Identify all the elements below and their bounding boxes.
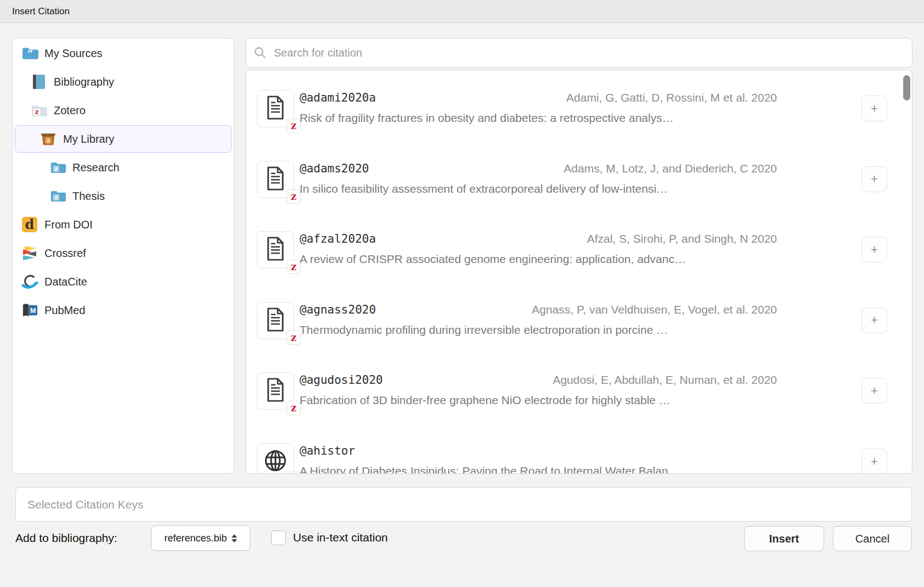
citation-key: @ahistor	[300, 444, 355, 457]
citation-row[interactable]: z@afzal2020aAfzal, S, Sirohi, P, and Sin…	[257, 231, 904, 271]
blue-folder-z-icon: z	[49, 187, 66, 205]
citation-authors: Afzal, S, Sirohi, P, and Singh, N 2020	[587, 232, 777, 245]
citation-type-box: z	[257, 443, 294, 474]
library-box-icon: z	[40, 130, 57, 148]
globe-icon	[263, 448, 288, 474]
citation-row[interactable]: z@ahistorA History of Diabetes Insipidus…	[257, 443, 904, 474]
sidebar-item-my-library[interactable]: zMy Library	[15, 125, 232, 153]
sidebar-item-from-doi[interactable]: dFrom DOI	[15, 211, 232, 238]
zotero-badge-icon: z	[286, 331, 301, 345]
citation-title: A History of Diabetes Insipidus: Paving …	[300, 465, 777, 474]
add-citation-button[interactable]: +	[861, 96, 887, 121]
add-citation-button[interactable]: +	[861, 237, 887, 262]
svg-text:z: z	[54, 165, 58, 172]
citation-key: @agudosi2020	[300, 373, 383, 387]
sidebar-item-label: My Sources	[44, 47, 103, 60]
add-citation-button[interactable]: +	[861, 308, 887, 333]
sources-sidebar: ”My SourcesBibliographyzZoterozMy Librar…	[12, 38, 234, 474]
add-citation-button[interactable]: +	[861, 378, 887, 404]
sidebar-item-label: My Library	[63, 133, 114, 146]
citation-key: @afzal2020a	[300, 232, 376, 245]
sidebar-item-label: Crossref	[44, 247, 86, 260]
svg-text:”: ”	[27, 48, 33, 60]
citation-authors: Agudosi, E, Abdullah, E, Numan, et al. 2…	[553, 373, 777, 387]
citation-authors: Adams, M, Lotz, J, and Diederich, C 2020	[564, 162, 777, 175]
citation-title: Fabrication of 3D binder-free graphene N…	[300, 394, 777, 407]
search-input[interactable]	[273, 46, 904, 60]
document-icon	[264, 166, 286, 193]
zotero-badge-icon: z	[286, 472, 301, 474]
zotero-badge-icon: z	[286, 260, 301, 274]
citation-key: @adami2020a	[300, 91, 376, 104]
sidebar-item-bibliography[interactable]: Bibliography	[15, 68, 232, 96]
citation-title: A review of CRISPR associated genome eng…	[300, 253, 777, 266]
sidebar-item-label: From DOI	[44, 219, 93, 231]
pubmed-icon: M	[21, 301, 38, 319]
sidebar-item-label: PubMed	[44, 304, 86, 317]
citation-key: @agnass2020	[300, 303, 376, 316]
sidebar-item-pubmed[interactable]: MPubMed	[15, 297, 232, 324]
document-icon	[264, 236, 286, 264]
citation-type-box: z	[257, 231, 294, 269]
use-intext-label: Use in-text citation	[293, 531, 388, 544]
sidebar-item-research[interactable]: zResearch	[15, 154, 232, 181]
sidebar-item-label: Zotero	[54, 104, 86, 117]
blue-folder-z-icon: z	[49, 159, 66, 176]
dialog-titlebar: Insert Citation	[0, 0, 924, 23]
citation-title: Thermodynamic profiling during irreversi…	[300, 323, 777, 337]
search-icon	[254, 44, 266, 62]
dialog-title: Insert Citation	[12, 6, 70, 17]
sidebar-item-my-sources[interactable]: ”My Sources	[15, 40, 232, 67]
svg-text:z: z	[54, 194, 58, 201]
document-icon	[264, 95, 286, 122]
svg-text:d: d	[25, 216, 35, 232]
sidebar-item-label: Thesis	[72, 190, 105, 203]
citation-authors: Agnass, P, van Veldhuisen, E, Vogel, et …	[532, 303, 777, 316]
use-intext-checkbox[interactable]	[271, 530, 286, 545]
sidebar-item-label: DataCite	[44, 276, 87, 288]
sidebar-item-crossref[interactable]: Crossref	[15, 239, 232, 267]
sidebar-item-datacite[interactable]: DataCite	[15, 268, 232, 295]
citation-authors: Adami, G, Gatti, D, Rossini, M et al. 20…	[566, 91, 777, 104]
insert-button[interactable]: Insert	[744, 526, 824, 551]
citation-list: z@adami2020aAdami, G, Gatti, D, Rossini,…	[245, 70, 912, 474]
citation-title: Risk of fragility fractures in obesity a…	[300, 111, 777, 125]
document-icon	[264, 307, 286, 334]
crossref-icon	[21, 244, 38, 262]
zotero-badge-icon: z	[286, 189, 301, 204]
citation-type-box: z	[257, 90, 294, 127]
citation-title: In silico feasibility assessment of extr…	[300, 182, 777, 195]
add-citation-button[interactable]: +	[861, 449, 887, 474]
citation-type-box: z	[257, 372, 294, 410]
cancel-button[interactable]: Cancel	[833, 526, 912, 551]
citation-type-box: z	[257, 161, 294, 198]
citation-type-box: z	[257, 302, 294, 339]
zotero-folder-icon: z	[30, 102, 48, 119]
select-arrows-icon	[232, 534, 237, 543]
sidebar-item-thesis[interactable]: zThesis	[15, 182, 232, 210]
sources-folder-icon: ”	[21, 44, 38, 62]
sidebar-item-label: Research	[72, 161, 120, 174]
add-to-bibliography-label: Add to bibliography:	[15, 532, 117, 545]
zotero-badge-icon: z	[286, 119, 301, 133]
svg-text:z: z	[35, 108, 39, 116]
document-icon	[264, 377, 286, 405]
doi-icon: d	[21, 216, 38, 233]
bibliography-file-select[interactable]: references.bib	[151, 525, 250, 551]
sidebar-item-label: Bibliography	[54, 76, 114, 88]
selected-citation-keys-input[interactable]	[26, 497, 901, 512]
add-citation-button[interactable]: +	[861, 166, 887, 192]
svg-text:z: z	[47, 137, 50, 144]
citation-row[interactable]: z@agnass2020Agnass, P, van Veldhuisen, E…	[257, 302, 904, 342]
citation-key: @adams2020	[300, 162, 369, 175]
citation-row[interactable]: z@agudosi2020Agudosi, E, Abdullah, E, Nu…	[257, 372, 904, 412]
zotero-badge-icon: z	[286, 401, 301, 415]
citation-row[interactable]: z@adami2020aAdami, G, Gatti, D, Rossini,…	[257, 90, 904, 130]
citation-search-box	[245, 38, 912, 68]
book-icon	[30, 73, 48, 91]
bibliography-file-value: references.bib	[164, 533, 227, 544]
citation-row[interactable]: z@adams2020Adams, M, Lotz, J, and Dieder…	[257, 161, 904, 200]
svg-text:M: M	[30, 306, 36, 314]
sidebar-item-zotero[interactable]: zZotero	[15, 97, 232, 124]
datacite-icon	[21, 273, 38, 290]
